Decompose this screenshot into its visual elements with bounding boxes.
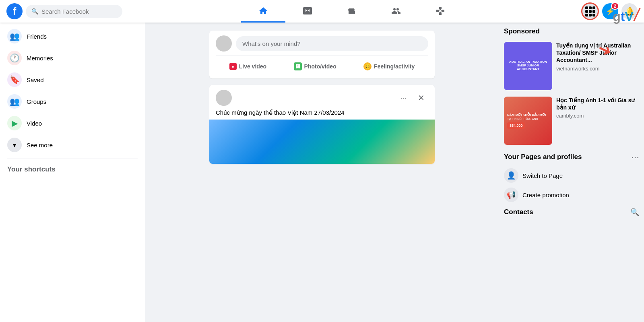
pages-section-header: Your Pages and profiles ··· xyxy=(504,151,639,163)
sidebar-item-friends[interactable]: 👥 Friends xyxy=(3,26,142,47)
sidebar-item-memories[interactable]: 🕐 Memories xyxy=(3,47,142,68)
switch-to-page[interactable]: 👤 Switch to Page xyxy=(504,166,639,185)
shortcuts-title: Your shortcuts xyxy=(3,162,142,177)
ad-info-1: Tuyển dụng vị trí Australian Taxation/ S… xyxy=(556,42,639,90)
main-feed: What's on your mind? ● Live video 🖼 Phot… xyxy=(145,23,499,322)
post-close-button[interactable]: ✕ xyxy=(414,91,428,105)
ad-source-1: vietnamworks.com xyxy=(556,66,639,72)
photo-video-button[interactable]: 🖼 Photo/video xyxy=(287,59,343,74)
ad-card-1[interactable]: AUSTRALIAN TAXATION SMSF JUNIOR ACCOUNTA… xyxy=(504,42,639,90)
user-avatar xyxy=(216,35,232,52)
sidebar-item-video[interactable]: ▶ Video xyxy=(3,113,142,134)
feeling-label: Feeling/activity xyxy=(374,63,415,70)
memories-icon: 🕐 xyxy=(7,51,22,65)
video-label: Video xyxy=(27,120,42,127)
composer-actions: ● Live video 🖼 Photo/video 😊 Feeling/act… xyxy=(216,56,428,74)
sidebar-item-groups[interactable]: 👥 Groups xyxy=(3,91,142,112)
gtv-logo: gtV/ xyxy=(613,5,639,25)
nav-video[interactable] xyxy=(285,0,330,23)
nav-groups[interactable] xyxy=(374,0,418,23)
friends-icon: 👥 xyxy=(7,29,22,43)
ad-thumb-2: NĂM MỚI KHỞI ĐẦU MỚI TỰ TIN NÓI TIẾNG AN… xyxy=(504,97,552,145)
contacts-search-icon[interactable]: 🔍 xyxy=(630,208,639,217)
main-layout: 👥 Friends 🕐 Memories 🔖 Saved 👥 Groups ▶ … xyxy=(0,23,644,322)
search-bar[interactable]: 🔍 xyxy=(26,5,122,18)
groups-icon: 👥 xyxy=(7,94,22,109)
live-icon: ● xyxy=(229,63,237,70)
nav-home[interactable] xyxy=(241,0,285,23)
switch-page-icon: 👤 xyxy=(504,168,518,183)
sponsored-title: Sponsored xyxy=(504,26,639,37)
nav-center xyxy=(122,0,581,23)
sidebar-divider xyxy=(7,159,138,159)
menu-button[interactable] xyxy=(581,2,599,20)
post-header: ··· ✕ xyxy=(209,85,435,109)
left-sidebar: 👥 Friends 🕐 Memories 🔖 Saved 👥 Groups ▶ … xyxy=(0,23,145,322)
create-promotion-label: Create promotion xyxy=(522,192,569,198)
chevron-down-icon: ▾ xyxy=(7,138,22,152)
composer-placeholder: What's on your mind? xyxy=(242,40,301,47)
saved-label: Saved xyxy=(27,76,44,83)
see-more-label: See more xyxy=(27,142,53,149)
ad-thumb-1: AUSTRALIAN TAXATION SMSF JUNIOR ACCOUNTA… xyxy=(504,42,552,90)
post-actions: ··· ✕ xyxy=(396,91,428,105)
photo-video-label: Photo/video xyxy=(304,63,336,70)
ad-card-2[interactable]: NĂM MỚI KHỞI ĐẦU MỚI TỰ TIN NÓI TIẾNG AN… xyxy=(504,97,639,145)
create-promotion[interactable]: 📢 Create promotion xyxy=(504,185,639,204)
search-input[interactable] xyxy=(41,8,117,15)
composer-input[interactable]: What's on your mind? xyxy=(236,36,428,51)
groups-label: Groups xyxy=(27,98,46,105)
ad-title-2: Học Tiếng Anh 1-1 với Gia sư bản xứ xyxy=(556,97,639,111)
video-icon: ▶ xyxy=(7,116,22,130)
post-more-button[interactable]: ··· xyxy=(396,91,411,105)
grid-icon xyxy=(585,6,595,17)
composer-top: What's on your mind? xyxy=(216,35,428,52)
pages-section-title: Your Pages and profiles xyxy=(504,153,582,161)
ad-info-2: Học Tiếng Anh 1-1 với Gia sư bản xứ camb… xyxy=(556,97,639,145)
sidebar-item-saved[interactable]: 🔖 Saved xyxy=(3,69,142,90)
nav-marketplace[interactable] xyxy=(330,0,374,23)
search-icon: 🔍 xyxy=(31,8,38,14)
live-video-label: Live video xyxy=(239,63,266,70)
feeling-icon: 😊 xyxy=(363,62,372,70)
friends-label: Friends xyxy=(27,33,47,40)
live-video-button[interactable]: ● Live video xyxy=(223,59,273,74)
see-more-item[interactable]: ▾ See more xyxy=(3,134,142,155)
post-card: ··· ✕ Chúc mừng ngày thể thao Việt Nam 2… xyxy=(209,85,435,164)
promotion-icon: 📢 xyxy=(504,188,518,202)
right-sidebar: Sponsored AUSTRALIAN TAXATION SMSF JUNIO… xyxy=(499,23,644,322)
ad-title-1: Tuyển dụng vị trí Australian Taxation/ S… xyxy=(556,42,639,64)
contacts-title: Contacts xyxy=(504,208,533,216)
facebook-logo[interactable]: f xyxy=(6,3,23,19)
post-image xyxy=(209,120,435,164)
memories-label: Memories xyxy=(27,55,53,62)
pages-more-button[interactable]: ··· xyxy=(631,151,639,163)
post-text: Chúc mừng ngày thể thao Việt Nam 27/03/2… xyxy=(209,109,435,120)
topnav: f 🔍 ⚡ 2 xyxy=(0,0,644,23)
post-composer: What's on your mind? ● Live video 🖼 Phot… xyxy=(209,31,435,78)
post-avatar xyxy=(216,90,232,106)
nav-gaming[interactable] xyxy=(418,0,462,23)
feeling-button[interactable]: 😊 Feeling/activity xyxy=(357,59,421,74)
ad-source-2: cambly.com xyxy=(556,113,639,119)
switch-page-label: Switch to Page xyxy=(522,172,563,179)
contacts-header: Contacts 🔍 xyxy=(504,208,639,217)
photo-icon: 🖼 xyxy=(294,62,302,70)
saved-icon: 🔖 xyxy=(7,72,22,87)
